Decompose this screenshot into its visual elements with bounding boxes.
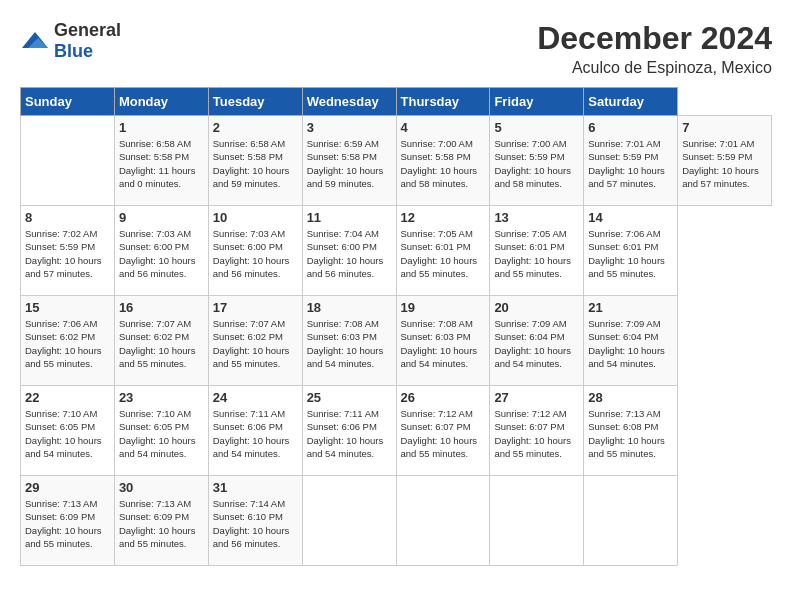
day-number: 3 [307,120,392,135]
day-cell: 20Sunrise: 7:09 AM Sunset: 6:04 PM Dayli… [490,296,584,386]
day-number: 18 [307,300,392,315]
day-cell: 19Sunrise: 7:08 AM Sunset: 6:03 PM Dayli… [396,296,490,386]
day-cell: 27Sunrise: 7:12 AM Sunset: 6:07 PM Dayli… [490,386,584,476]
day-info: Sunrise: 7:04 AM Sunset: 6:00 PM Dayligh… [307,227,392,280]
location-title: Aculco de Espinoza, Mexico [537,59,772,77]
day-cell: 3Sunrise: 6:59 AM Sunset: 5:58 PM Daylig… [302,116,396,206]
day-info: Sunrise: 7:13 AM Sunset: 6:09 PM Dayligh… [119,497,204,550]
day-cell: 1Sunrise: 6:58 AM Sunset: 5:58 PM Daylig… [114,116,208,206]
day-info: Sunrise: 6:58 AM Sunset: 5:58 PM Dayligh… [119,137,204,190]
week-row-0: 1Sunrise: 6:58 AM Sunset: 5:58 PM Daylig… [21,116,772,206]
col-header-thursday: Thursday [396,88,490,116]
day-number: 8 [25,210,110,225]
day-number: 9 [119,210,204,225]
logo: General Blue [20,20,121,62]
day-info: Sunrise: 7:00 AM Sunset: 5:58 PM Dayligh… [401,137,486,190]
day-cell: 7Sunrise: 7:01 AM Sunset: 5:59 PM Daylig… [678,116,772,206]
day-cell: 14Sunrise: 7:06 AM Sunset: 6:01 PM Dayli… [584,206,678,296]
day-info: Sunrise: 7:11 AM Sunset: 6:06 PM Dayligh… [213,407,298,460]
day-number: 20 [494,300,579,315]
day-cell: 4Sunrise: 7:00 AM Sunset: 5:58 PM Daylig… [396,116,490,206]
day-info: Sunrise: 7:06 AM Sunset: 6:02 PM Dayligh… [25,317,110,370]
day-info: Sunrise: 7:10 AM Sunset: 6:05 PM Dayligh… [25,407,110,460]
day-number: 10 [213,210,298,225]
calendar-table: SundayMondayTuesdayWednesdayThursdayFrid… [20,87,772,566]
empty-cell [21,116,115,206]
day-cell: 26Sunrise: 7:12 AM Sunset: 6:07 PM Dayli… [396,386,490,476]
day-number: 15 [25,300,110,315]
day-cell: 11Sunrise: 7:04 AM Sunset: 6:00 PM Dayli… [302,206,396,296]
logo-text: General Blue [54,20,121,62]
day-info: Sunrise: 7:02 AM Sunset: 5:59 PM Dayligh… [25,227,110,280]
day-cell: 9Sunrise: 7:03 AM Sunset: 6:00 PM Daylig… [114,206,208,296]
day-info: Sunrise: 7:10 AM Sunset: 6:05 PM Dayligh… [119,407,204,460]
day-number: 13 [494,210,579,225]
day-info: Sunrise: 7:12 AM Sunset: 6:07 PM Dayligh… [494,407,579,460]
day-number: 28 [588,390,673,405]
day-number: 24 [213,390,298,405]
day-cell: 12Sunrise: 7:05 AM Sunset: 6:01 PM Dayli… [396,206,490,296]
week-row-2: 15Sunrise: 7:06 AM Sunset: 6:02 PM Dayli… [21,296,772,386]
day-number: 1 [119,120,204,135]
day-info: Sunrise: 7:09 AM Sunset: 6:04 PM Dayligh… [588,317,673,370]
day-cell: 31Sunrise: 7:14 AM Sunset: 6:10 PM Dayli… [208,476,302,566]
day-number: 17 [213,300,298,315]
day-number: 7 [682,120,767,135]
week-row-4: 29Sunrise: 7:13 AM Sunset: 6:09 PM Dayli… [21,476,772,566]
day-number: 11 [307,210,392,225]
day-number: 5 [494,120,579,135]
col-header-saturday: Saturday [584,88,678,116]
calendar-header-row: SundayMondayTuesdayWednesdayThursdayFrid… [21,88,772,116]
week-row-1: 8Sunrise: 7:02 AM Sunset: 5:59 PM Daylig… [21,206,772,296]
header: General Blue December 2024 Aculco de Esp… [20,20,772,77]
col-header-tuesday: Tuesday [208,88,302,116]
day-info: Sunrise: 7:01 AM Sunset: 5:59 PM Dayligh… [682,137,767,190]
day-info: Sunrise: 7:01 AM Sunset: 5:59 PM Dayligh… [588,137,673,190]
col-header-sunday: Sunday [21,88,115,116]
day-cell: 18Sunrise: 7:08 AM Sunset: 6:03 PM Dayli… [302,296,396,386]
day-number: 29 [25,480,110,495]
day-cell: 25Sunrise: 7:11 AM Sunset: 6:06 PM Dayli… [302,386,396,476]
day-cell: 29Sunrise: 7:13 AM Sunset: 6:09 PM Dayli… [21,476,115,566]
title-area: December 2024 Aculco de Espinoza, Mexico [537,20,772,77]
day-info: Sunrise: 7:03 AM Sunset: 6:00 PM Dayligh… [119,227,204,280]
day-cell [302,476,396,566]
day-cell: 21Sunrise: 7:09 AM Sunset: 6:04 PM Dayli… [584,296,678,386]
day-info: Sunrise: 7:08 AM Sunset: 6:03 PM Dayligh… [401,317,486,370]
col-header-wednesday: Wednesday [302,88,396,116]
month-title: December 2024 [537,20,772,57]
day-cell: 17Sunrise: 7:07 AM Sunset: 6:02 PM Dayli… [208,296,302,386]
day-info: Sunrise: 7:06 AM Sunset: 6:01 PM Dayligh… [588,227,673,280]
day-info: Sunrise: 7:11 AM Sunset: 6:06 PM Dayligh… [307,407,392,460]
day-number: 30 [119,480,204,495]
day-info: Sunrise: 6:59 AM Sunset: 5:58 PM Dayligh… [307,137,392,190]
day-info: Sunrise: 7:14 AM Sunset: 6:10 PM Dayligh… [213,497,298,550]
day-cell: 10Sunrise: 7:03 AM Sunset: 6:00 PM Dayli… [208,206,302,296]
day-cell: 5Sunrise: 7:00 AM Sunset: 5:59 PM Daylig… [490,116,584,206]
day-cell: 13Sunrise: 7:05 AM Sunset: 6:01 PM Dayli… [490,206,584,296]
day-info: Sunrise: 7:05 AM Sunset: 6:01 PM Dayligh… [494,227,579,280]
day-number: 26 [401,390,486,405]
week-row-3: 22Sunrise: 7:10 AM Sunset: 6:05 PM Dayli… [21,386,772,476]
day-info: Sunrise: 7:13 AM Sunset: 6:09 PM Dayligh… [25,497,110,550]
day-number: 21 [588,300,673,315]
day-number: 14 [588,210,673,225]
day-cell [396,476,490,566]
day-cell [584,476,678,566]
day-cell [490,476,584,566]
day-cell: 30Sunrise: 7:13 AM Sunset: 6:09 PM Dayli… [114,476,208,566]
day-cell: 8Sunrise: 7:02 AM Sunset: 5:59 PM Daylig… [21,206,115,296]
day-number: 22 [25,390,110,405]
logo-icon [20,30,50,52]
logo-blue: Blue [54,41,93,61]
day-cell: 15Sunrise: 7:06 AM Sunset: 6:02 PM Dayli… [21,296,115,386]
logo-general: General [54,20,121,40]
day-info: Sunrise: 7:07 AM Sunset: 6:02 PM Dayligh… [213,317,298,370]
day-number: 23 [119,390,204,405]
day-info: Sunrise: 7:07 AM Sunset: 6:02 PM Dayligh… [119,317,204,370]
day-cell: 16Sunrise: 7:07 AM Sunset: 6:02 PM Dayli… [114,296,208,386]
day-number: 31 [213,480,298,495]
day-number: 16 [119,300,204,315]
day-info: Sunrise: 7:09 AM Sunset: 6:04 PM Dayligh… [494,317,579,370]
day-number: 19 [401,300,486,315]
